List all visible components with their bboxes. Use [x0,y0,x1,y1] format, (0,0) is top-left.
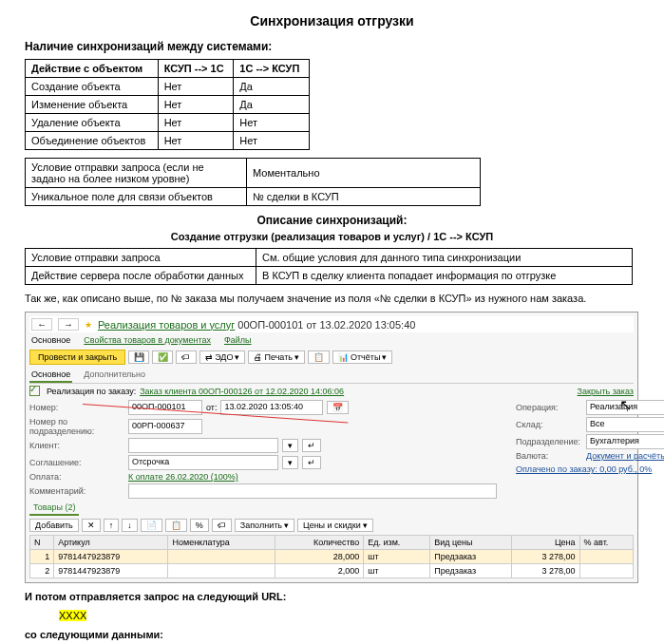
th: КСУП --> 1С [158,60,234,78]
page-title: Синхронизация отгрузки [25,13,639,28]
comment-field[interactable] [128,483,497,499]
para-url: И потом отправляется запрос на следующий… [25,591,639,602]
th: 1С --> КСУП [234,60,310,78]
fill-button[interactable]: Заполнить ▾ [235,519,294,532]
tab-extra[interactable]: Дополнительно [82,368,147,383]
goods-grid: NАртикулНоменклатураКоличествоЕд. изм.Ви… [29,535,634,578]
tag-icon[interactable]: 🏷 [212,519,232,532]
realization-checkbox[interactable] [29,386,40,396]
payment-label: Оплата: [29,472,124,482]
client-open-icon[interactable]: ↵ [302,439,321,452]
prices-button[interactable]: Цены и скидки ▾ [297,519,373,532]
currency-link[interactable]: Документ и расчёты: 33 000.00 руб. [586,451,664,461]
table-row[interactable]: 297814479238792,000штПредзаказ3 278,00 [30,564,634,578]
department-select[interactable]: Бухгалтерия [586,434,664,449]
doc-title[interactable]: Реализация товаров и услуг [98,319,235,331]
payment-link[interactable]: К оплате 26.02.2020 (100%) [128,472,238,482]
table-sync-desc: Условие отправки запросаСм. общие услови… [25,248,633,285]
agreement-open-icon[interactable]: ↵ [302,456,321,469]
sublink-main[interactable]: Основное [31,335,70,345]
check-icon: ✅ [158,352,167,362]
print-button[interactable]: 🖨 Печать ▾ [248,350,304,364]
para-data: со следующими данными: [25,629,639,640]
tab-main[interactable]: Основное [29,368,72,383]
warehouse-select[interactable]: Все [586,417,664,432]
provesti-button[interactable]: Провести и закрыть [29,350,125,365]
extra-icon-button[interactable]: 📋 [308,350,330,364]
save-icon-button[interactable]: 💾 [128,350,149,364]
sublink-files[interactable]: Файлы [224,335,252,345]
post-icon-button[interactable]: ✅ [152,350,173,364]
paid-link[interactable]: Оплачено по заказу: 0,00 руб., 0% [516,464,652,474]
tree-icon: 🏷 [181,352,191,362]
department-label: Подразделение: [516,437,582,446]
operation-label: Операция: [516,403,582,412]
add-row-button[interactable]: Добавить [29,519,79,532]
th: Действие с объектом [26,60,159,78]
calendar-icon[interactable]: 📅 [327,401,349,414]
move-down-icon[interactable]: ↓ [122,519,138,532]
structure-icon-button[interactable]: 🏷 [176,350,197,364]
section-description: Описание синхронизаций: [25,214,639,227]
goods-tab[interactable]: Товары (2) [29,501,79,516]
reports-button[interactable]: 📊 Отчёты ▾ [332,350,392,364]
move-up-icon[interactable]: ↑ [104,519,120,532]
agreement-select-icon[interactable]: ▾ [282,456,298,469]
client-label: Клиент: [29,441,124,450]
forward-button[interactable]: → [58,318,79,331]
date-field[interactable]: 13.02.2020 13:05:40 [220,400,323,415]
comment-label: Комментарий: [29,486,124,496]
sublink-props[interactable]: Свойства товаров в документах [84,335,211,345]
subdiv-field[interactable]: 00РП-000637 [128,419,202,434]
table-conditions: Условие отправки запроса (если не задано… [25,158,481,206]
doc-number: 00ОП-000101 от 13.02.2020 13:05:40 [237,319,415,331]
warehouse-label: Склад: [516,420,582,429]
close-order-link[interactable]: Закрыть заказ [578,387,634,396]
section-presence: Наличие синхронизаций между системами: [25,40,639,53]
paste-icon[interactable]: 📋 [165,519,187,532]
client-select-icon[interactable]: ▾ [282,439,298,452]
client-field[interactable] [128,438,278,453]
para-before-app: Так же, как описано выше, по № заказа мы… [25,293,639,304]
currency-label: Валюта: [516,451,582,461]
cursor-icon: ↖ [619,396,632,414]
subdiv-label: Номер по подразделению: [29,417,124,436]
copy-icon[interactable]: 📄 [141,519,162,532]
star-icon[interactable]: ★ [85,320,92,330]
agreement-label: Соглашение: [29,458,124,467]
floppy-icon: 💾 [134,352,143,362]
delete-row-icon[interactable]: ✕ [82,519,101,532]
back-button[interactable]: ← [31,318,52,331]
sync-subtitle: Создание отгрузки (реализация товаров и … [25,231,639,242]
app-screenshot: ↖ ← → ★ Реализация товаров и услуг 00ОП-… [25,312,638,583]
percent-icon[interactable]: % [190,519,209,532]
url-placeholder: XXXX [59,610,86,621]
agreement-field[interactable]: Отсрочка [128,455,278,470]
realization-link[interactable]: Заказ клиента 00ОП-000126 от 12.02.2020 … [140,387,344,396]
edo-button[interactable]: ⇄ ЭДО ▾ [199,350,245,364]
table-row[interactable]: 1978144792387928,000штПредзаказ3 278,00 [30,550,634,564]
realization-label: Реализация по заказу: [47,387,136,396]
table-actions: Действие с объектомКСУП --> 1С1С --> КСУ… [25,59,310,150]
